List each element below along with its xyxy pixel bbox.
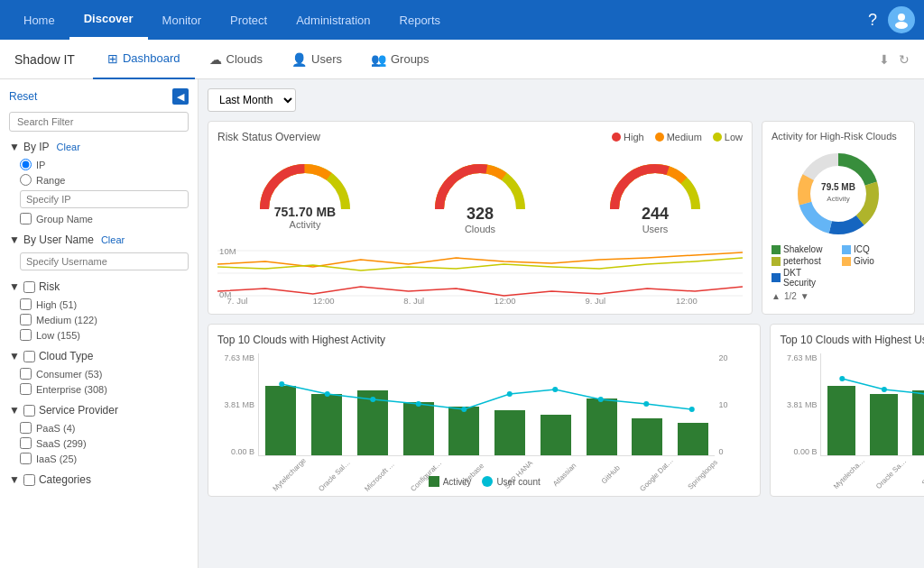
- filter-item-iaas: IaaS (25): [9, 451, 189, 466]
- nav-item-home[interactable]: Home: [9, 0, 69, 40]
- legend-peterhost: peterhost: [772, 256, 835, 266]
- specify-ip-input[interactable]: [20, 190, 189, 208]
- low-dot: [713, 133, 722, 142]
- tabs: ⊞ Dashboard ☁ Clouds 👤 Users 👥 Groups: [93, 40, 879, 79]
- search-filter-input[interactable]: [9, 112, 189, 132]
- brand-label: Shadow IT: [14, 52, 75, 67]
- chart-area-left: 7.63 MB 3.81 MB 0.00 B MytelechargeOracl…: [217, 353, 751, 471]
- sidebar-collapse-button[interactable]: ◀: [172, 88, 189, 105]
- svg-text:8. Jul: 8. Jul: [403, 297, 424, 305]
- risk-checkbox-header[interactable]: [23, 281, 35, 293]
- svg-point-32: [882, 387, 887, 392]
- download-icon[interactable]: ⬇: [879, 52, 890, 67]
- filter-item-high: High (51): [9, 297, 189, 312]
- nav-item-protect[interactable]: Protect: [216, 0, 282, 40]
- legend-low: Low: [713, 132, 743, 142]
- high-risk-checkbox[interactable]: [20, 298, 32, 310]
- specify-username-input[interactable]: [20, 252, 189, 270]
- period-selector[interactable]: Last Month Last Week Last Day: [208, 88, 296, 112]
- saas-checkbox[interactable]: [20, 437, 32, 449]
- up-icon[interactable]: ▲: [772, 291, 781, 301]
- svg-point-30: [689, 407, 695, 412]
- ip-radio[interactable]: [20, 159, 32, 170]
- svg-point-26: [507, 391, 513, 397]
- bar-chart-usercount-title: Top 10 Clouds with Highest User Count: [780, 334, 924, 346]
- filter-item-consumer: Consumer (53): [9, 366, 189, 381]
- filter-item-enterprise: Enterprise (308): [9, 381, 189, 397]
- bar-chart-activity-title: Top 10 Clouds with Highest Activity: [217, 334, 751, 346]
- nav-actions: ⬇ ↻: [879, 52, 910, 67]
- iaas-checkbox[interactable]: [20, 453, 32, 464]
- chart-area-right: 7.63 MB 3.81 MB 0.00 B MytelechargeOracl…: [780, 353, 924, 471]
- gauge-clouds-value: 328: [430, 205, 530, 224]
- consumer-checkbox[interactable]: [20, 368, 32, 380]
- tab-groups[interactable]: 👥 Groups: [356, 40, 444, 79]
- svg-point-28: [598, 397, 604, 402]
- filter-bar: Last Month Last Week Last Day: [208, 88, 915, 112]
- dkt-color: [772, 273, 781, 282]
- low-risk-checkbox[interactable]: [20, 329, 32, 341]
- bars-inner-right: [820, 353, 924, 456]
- avatar[interactable]: [888, 6, 915, 33]
- peterhost-color: [772, 257, 781, 266]
- nav-item-discover[interactable]: Discover: [69, 0, 148, 40]
- legend-pagination: ▲ 1/2 ▼: [772, 291, 905, 301]
- filter-item-saas: SaaS (299): [9, 435, 189, 451]
- svg-point-21: [279, 381, 284, 387]
- activity-panel-title: Activity for High-Risk Clouds: [772, 131, 905, 142]
- reset-button[interactable]: Reset: [9, 90, 37, 103]
- filter-group-risk: ▼ Risk High (51) Medium (122) Low (155): [9, 280, 189, 343]
- nav-item-reports[interactable]: Reports: [385, 0, 456, 40]
- enterprise-checkbox[interactable]: [20, 383, 32, 395]
- legend-medium: Medium: [655, 132, 702, 142]
- givio-color: [842, 257, 851, 266]
- cloud-type-checkbox-header[interactable]: [23, 351, 35, 362]
- filter-header-by-ip[interactable]: ▼ By IP Clear: [9, 141, 189, 153]
- tab-dashboard[interactable]: ⊞ Dashboard: [93, 40, 195, 79]
- y-axis-right-left: 20 10 0: [715, 353, 751, 471]
- line-overlay: [259, 353, 715, 455]
- tab-clouds[interactable]: ☁ Clouds: [195, 40, 277, 79]
- svg-point-25: [461, 407, 467, 412]
- risk-status-panel: Risk Status Overview High Medium Low: [208, 121, 753, 315]
- bars-inner-left: [258, 353, 715, 456]
- clear-ip-button[interactable]: Clear: [57, 142, 80, 152]
- sidebar: Reset ◀ ▼ By IP Clear IP Range Group Nam…: [0, 79, 199, 568]
- filter-header-risk[interactable]: ▼ Risk: [9, 280, 189, 293]
- help-icon[interactable]: ?: [857, 11, 888, 30]
- paas-checkbox[interactable]: [20, 422, 32, 434]
- down-icon[interactable]: ▼: [800, 291, 809, 301]
- donut-chart-area: 79.5 MB Activity: [772, 149, 905, 239]
- gauge-clouds: 328 Clouds: [430, 151, 530, 234]
- bars-container-right: MytelechargeOracle Sales CloudShakelowpe…: [820, 353, 924, 471]
- line-overlay: [821, 353, 924, 455]
- donut-legend: Shakelow ICQ peterhost Givio: [772, 244, 905, 288]
- filter-header-categories[interactable]: ▼ Categories: [9, 473, 189, 486]
- legend-dkt: DKT Security: [772, 268, 835, 288]
- tab-users[interactable]: 👤 Users: [277, 40, 356, 79]
- gauge-users: 244 Users: [605, 151, 705, 234]
- range-radio[interactable]: [20, 174, 32, 186]
- medium-risk-checkbox[interactable]: [20, 314, 32, 325]
- icq-color: [842, 245, 851, 254]
- secondary-nav: Shadow IT ⊞ Dashboard ☁ Clouds 👤 Users 👥…: [0, 40, 924, 79]
- categories-checkbox-header[interactable]: [23, 474, 35, 486]
- chevron-icon: ▼: [9, 280, 20, 293]
- clear-username-button[interactable]: Clear: [101, 234, 125, 245]
- refresh-icon[interactable]: ↻: [899, 52, 910, 67]
- legend-shakelow: Shakelow: [772, 244, 835, 254]
- svg-text:Activity: Activity: [827, 195, 849, 203]
- nav-item-monitor[interactable]: Monitor: [148, 0, 216, 40]
- svg-point-27: [552, 387, 558, 392]
- filter-header-service-provider[interactable]: ▼ Service Provider: [9, 404, 189, 417]
- service-provider-checkbox-header[interactable]: [23, 405, 35, 417]
- svg-text:12:00: 12:00: [676, 297, 698, 305]
- filter-item-low: Low (155): [9, 327, 189, 343]
- x-labels-left: MytelechargeOracle Sales CloudMicrosoft …: [258, 456, 715, 471]
- risk-legend: High Medium Low: [612, 132, 743, 142]
- top-panels-row: Risk Status Overview High Medium Low: [208, 121, 915, 315]
- filter-header-cloud-type[interactable]: ▼ Cloud Type: [9, 350, 189, 362]
- nav-item-administration[interactable]: Administration: [282, 0, 384, 40]
- filter-header-by-username[interactable]: ▼ By User Name Clear: [9, 234, 189, 246]
- group-name-checkbox[interactable]: [20, 213, 32, 224]
